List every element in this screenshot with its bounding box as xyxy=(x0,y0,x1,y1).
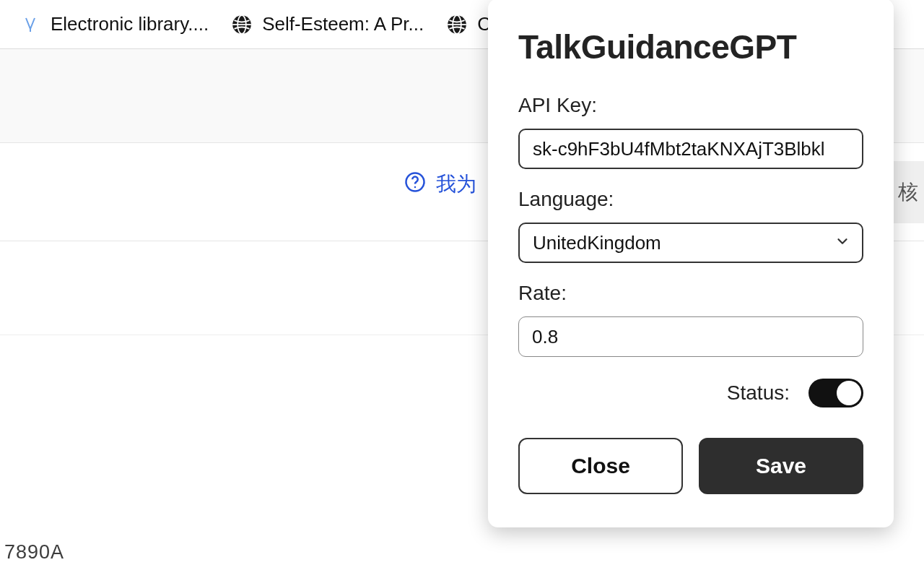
status-label: Status: xyxy=(727,381,790,405)
globe-icon xyxy=(232,14,252,35)
footer-code: 7890A xyxy=(4,541,64,564)
close-button-label: Close xyxy=(571,454,630,478)
tab-title: Self-Esteem: A Pr... xyxy=(262,13,424,35)
close-button[interactable]: Close xyxy=(518,438,683,494)
help-link[interactable]: 我为 xyxy=(404,171,476,198)
extension-popup: TalkGuidanceGPT API Key: Language: Unite… xyxy=(488,0,894,527)
help-link-text: 我为 xyxy=(436,171,476,198)
save-button-label: Save xyxy=(756,454,806,478)
browser-tab-2[interactable]: Self-Esteem: A Pr... xyxy=(220,0,435,49)
api-key-input[interactable] xyxy=(518,129,863,169)
api-key-label: API Key: xyxy=(518,94,863,117)
browser-tab-1[interactable]: Electronic library.... xyxy=(9,0,220,49)
help-icon xyxy=(404,171,426,198)
popup-title: TalkGuidanceGPT xyxy=(518,27,863,66)
save-button[interactable]: Save xyxy=(699,438,863,494)
globe-icon xyxy=(447,14,467,35)
toggle-knob xyxy=(837,381,861,405)
rate-label: Rate: xyxy=(518,282,863,305)
status-toggle[interactable] xyxy=(808,379,863,407)
tab-title: Electronic library.... xyxy=(51,13,209,35)
rate-input[interactable] xyxy=(518,316,863,357)
language-label: Language: xyxy=(518,188,863,211)
language-select[interactable]: UnitedKingdom xyxy=(518,223,863,263)
v-icon xyxy=(20,14,40,35)
right-pill-text: 核 xyxy=(898,178,918,206)
svg-point-8 xyxy=(414,186,417,188)
